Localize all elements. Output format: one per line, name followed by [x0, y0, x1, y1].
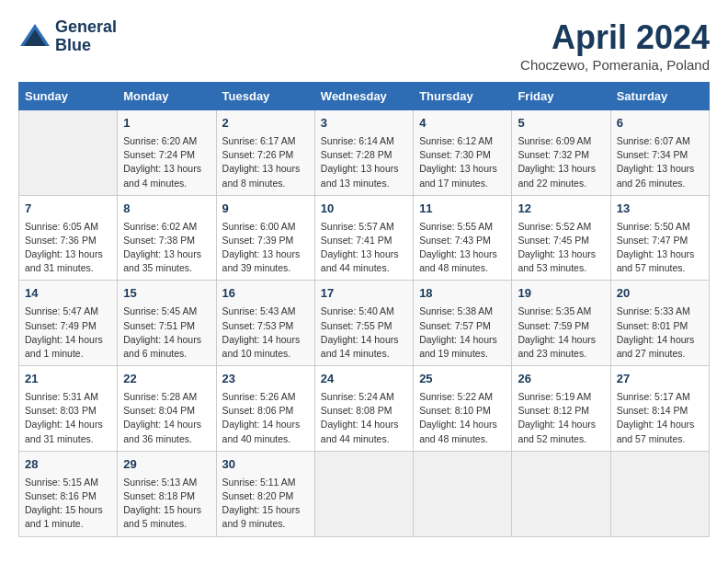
- calendar-cell: 17Sunrise: 5:40 AMSunset: 7:55 PMDayligh…: [314, 281, 413, 366]
- day-number: 13: [617, 201, 703, 218]
- calendar-cell: 30Sunrise: 5:11 AMSunset: 8:20 PMDayligh…: [216, 451, 314, 536]
- day-info: Sunrise: 6:17 AMSunset: 7:26 PMDaylight:…: [222, 134, 309, 190]
- calendar-cell: 14Sunrise: 5:47 AMSunset: 7:49 PMDayligh…: [19, 281, 118, 366]
- calendar-header-row: SundayMondayTuesdayWednesdayThursdayFrid…: [19, 83, 710, 110]
- day-info: Sunrise: 6:12 AMSunset: 7:30 PMDaylight:…: [419, 134, 506, 190]
- day-info: Sunrise: 5:55 AMSunset: 7:43 PMDaylight:…: [419, 220, 506, 276]
- calendar-cell: 22Sunrise: 5:28 AMSunset: 8:04 PMDayligh…: [118, 366, 216, 452]
- calendar-cell: 8Sunrise: 6:02 AMSunset: 7:38 PMDaylight…: [118, 195, 216, 281]
- calendar-cell: 4Sunrise: 6:12 AMSunset: 7:30 PMDaylight…: [414, 110, 512, 196]
- day-info: Sunrise: 5:28 AMSunset: 8:04 PMDaylight:…: [123, 390, 210, 446]
- calendar-cell: [414, 451, 512, 536]
- calendar-week-row: 7Sunrise: 6:05 AMSunset: 7:36 PMDaylight…: [19, 195, 710, 281]
- calendar-cell: 26Sunrise: 5:19 AMSunset: 8:12 PMDayligh…: [512, 366, 610, 452]
- day-info: Sunrise: 5:40 AMSunset: 7:55 PMDaylight:…: [321, 304, 407, 361]
- header-day-friday: Friday: [512, 83, 610, 110]
- calendar-cell: 23Sunrise: 5:26 AMSunset: 8:06 PMDayligh…: [216, 366, 314, 452]
- day-number: 25: [419, 371, 506, 388]
- page-header: General Blue April 2024 Choczewo, Pomera…: [18, 18, 710, 73]
- day-number: 17: [321, 285, 407, 303]
- header-day-thursday: Thursday: [414, 83, 512, 110]
- calendar-cell: [314, 451, 413, 536]
- day-info: Sunrise: 5:47 AMSunset: 7:49 PMDaylight:…: [25, 304, 111, 361]
- calendar-cell: 7Sunrise: 6:05 AMSunset: 7:36 PMDaylight…: [19, 195, 118, 281]
- day-info: Sunrise: 5:57 AMSunset: 7:41 PMDaylight:…: [321, 220, 407, 276]
- day-number: 4: [419, 115, 506, 132]
- month-title: April 2024: [520, 18, 710, 57]
- day-number: 21: [25, 371, 111, 388]
- day-info: Sunrise: 6:02 AMSunset: 7:38 PMDaylight:…: [123, 220, 210, 276]
- calendar-cell: 16Sunrise: 5:43 AMSunset: 7:53 PMDayligh…: [216, 281, 314, 366]
- day-number: 8: [123, 201, 210, 218]
- day-number: 15: [123, 285, 210, 303]
- day-number: 12: [518, 201, 604, 218]
- day-number: 1: [123, 115, 210, 132]
- day-number: 11: [419, 201, 506, 218]
- calendar-cell: 13Sunrise: 5:50 AMSunset: 7:47 PMDayligh…: [610, 195, 709, 281]
- calendar-week-row: 21Sunrise: 5:31 AMSunset: 8:03 PMDayligh…: [19, 366, 710, 452]
- calendar-cell: 6Sunrise: 6:07 AMSunset: 7:34 PMDaylight…: [610, 110, 709, 196]
- header-day-saturday: Saturday: [610, 83, 709, 110]
- calendar-cell: 24Sunrise: 5:24 AMSunset: 8:08 PMDayligh…: [314, 366, 413, 452]
- day-info: Sunrise: 5:43 AMSunset: 7:53 PMDaylight:…: [222, 304, 309, 361]
- calendar-cell: 25Sunrise: 5:22 AMSunset: 8:10 PMDayligh…: [414, 366, 512, 452]
- day-number: 3: [321, 115, 407, 132]
- header-day-monday: Monday: [118, 83, 216, 110]
- day-number: 29: [123, 456, 210, 474]
- day-info: Sunrise: 5:45 AMSunset: 7:51 PMDaylight:…: [123, 304, 210, 361]
- calendar-cell: 10Sunrise: 5:57 AMSunset: 7:41 PMDayligh…: [314, 195, 413, 281]
- calendar-cell: 3Sunrise: 6:14 AMSunset: 7:28 PMDaylight…: [314, 110, 413, 196]
- day-info: Sunrise: 5:26 AMSunset: 8:06 PMDaylight:…: [222, 390, 309, 446]
- logo-line1: General: [55, 18, 117, 37]
- day-info: Sunrise: 6:20 AMSunset: 7:24 PMDaylight:…: [123, 134, 210, 190]
- day-info: Sunrise: 5:11 AMSunset: 8:20 PMDaylight:…: [222, 476, 309, 532]
- day-info: Sunrise: 5:52 AMSunset: 7:45 PMDaylight:…: [518, 220, 604, 276]
- calendar-cell: 9Sunrise: 6:00 AMSunset: 7:39 PMDaylight…: [216, 195, 314, 281]
- day-number: 26: [518, 371, 604, 388]
- day-info: Sunrise: 6:05 AMSunset: 7:36 PMDaylight:…: [25, 220, 111, 276]
- calendar-cell: 2Sunrise: 6:17 AMSunset: 7:26 PMDaylight…: [216, 110, 314, 196]
- day-number: 9: [222, 201, 309, 218]
- day-info: Sunrise: 5:24 AMSunset: 8:08 PMDaylight:…: [321, 390, 407, 446]
- calendar-cell: [610, 451, 709, 536]
- calendar-cell: [19, 110, 118, 196]
- calendar-week-row: 14Sunrise: 5:47 AMSunset: 7:49 PMDayligh…: [19, 281, 710, 366]
- calendar-cell: 27Sunrise: 5:17 AMSunset: 8:14 PMDayligh…: [610, 366, 709, 452]
- day-number: 7: [25, 201, 111, 218]
- calendar-cell: 11Sunrise: 5:55 AMSunset: 7:43 PMDayligh…: [414, 195, 512, 281]
- calendar-cell: 29Sunrise: 5:13 AMSunset: 8:18 PMDayligh…: [118, 451, 216, 536]
- calendar-week-row: 1Sunrise: 6:20 AMSunset: 7:24 PMDaylight…: [19, 110, 710, 196]
- day-number: 20: [617, 285, 703, 303]
- day-number: 19: [518, 285, 604, 303]
- day-info: Sunrise: 5:50 AMSunset: 7:47 PMDaylight:…: [617, 220, 703, 276]
- day-number: 6: [617, 115, 703, 132]
- day-number: 16: [222, 285, 309, 303]
- day-info: Sunrise: 5:22 AMSunset: 8:10 PMDaylight:…: [419, 390, 506, 446]
- calendar-cell: 1Sunrise: 6:20 AMSunset: 7:24 PMDaylight…: [118, 110, 216, 196]
- day-number: 24: [321, 371, 407, 388]
- day-number: 22: [123, 371, 210, 388]
- day-info: Sunrise: 5:17 AMSunset: 8:14 PMDaylight:…: [617, 390, 703, 446]
- day-info: Sunrise: 6:07 AMSunset: 7:34 PMDaylight:…: [617, 134, 703, 190]
- day-info: Sunrise: 5:33 AMSunset: 8:01 PMDaylight:…: [617, 304, 703, 361]
- header-day-tuesday: Tuesday: [216, 83, 314, 110]
- day-info: Sunrise: 5:31 AMSunset: 8:03 PMDaylight:…: [25, 390, 111, 446]
- calendar-cell: 21Sunrise: 5:31 AMSunset: 8:03 PMDayligh…: [19, 366, 118, 452]
- day-number: 14: [25, 285, 111, 303]
- calendar-cell: 19Sunrise: 5:35 AMSunset: 7:59 PMDayligh…: [512, 281, 610, 366]
- day-number: 2: [222, 115, 309, 132]
- day-number: 23: [222, 371, 309, 388]
- calendar-cell: 5Sunrise: 6:09 AMSunset: 7:32 PMDaylight…: [512, 110, 610, 196]
- day-number: 30: [222, 456, 309, 474]
- logo-line2: Blue: [55, 37, 117, 55]
- calendar-cell: 20Sunrise: 5:33 AMSunset: 8:01 PMDayligh…: [610, 281, 709, 366]
- day-info: Sunrise: 5:38 AMSunset: 7:57 PMDaylight:…: [419, 304, 506, 361]
- day-number: 27: [617, 371, 703, 388]
- day-number: 10: [321, 201, 407, 218]
- header-day-wednesday: Wednesday: [314, 83, 413, 110]
- calendar-cell: 18Sunrise: 5:38 AMSunset: 7:57 PMDayligh…: [414, 281, 512, 366]
- day-info: Sunrise: 5:19 AMSunset: 8:12 PMDaylight:…: [518, 390, 604, 446]
- day-info: Sunrise: 6:00 AMSunset: 7:39 PMDaylight:…: [222, 220, 309, 276]
- calendar-cell: [512, 451, 610, 536]
- day-info: Sunrise: 5:13 AMSunset: 8:18 PMDaylight:…: [123, 476, 210, 532]
